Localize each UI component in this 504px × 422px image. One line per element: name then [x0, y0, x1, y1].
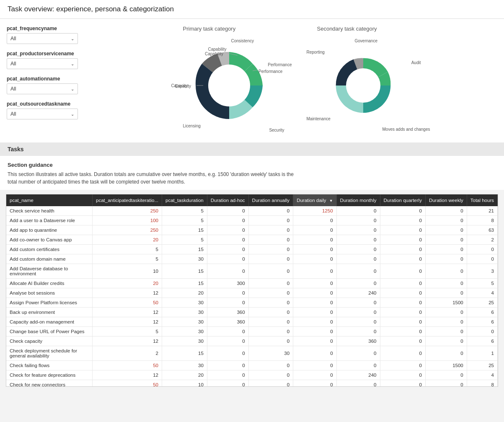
table-cell: 0 — [248, 308, 293, 317]
table-cell: 50 — [93, 361, 162, 370]
tasks-section-header: Tasks — [0, 142, 504, 156]
float-label-moves: Moves adds and changes — [383, 127, 430, 132]
filter-select-frequency[interactable]: All ⌄ — [7, 33, 78, 44]
th-task-duration[interactable]: pcat_taskduration — [162, 194, 207, 206]
table-cell: 4 — [467, 288, 497, 298]
table-cell: 0 — [425, 308, 467, 317]
table-cell: 20 — [162, 288, 207, 298]
table-row: Check deployment schedule for general av… — [6, 346, 498, 361]
table-cell: 15 — [162, 225, 207, 235]
filter-label-outsourced: pcat_outsourcedtaskname — [7, 101, 88, 107]
table-cell: Analyse bot sessions — [6, 288, 93, 298]
table-cell: 10 — [93, 264, 162, 279]
table-cell: 0 — [380, 254, 425, 264]
table-cell: 0 — [207, 380, 248, 387]
table-cell: 0 — [380, 317, 425, 327]
table-cell: 0 — [293, 254, 336, 264]
table-row: Check for feature deprecations1220000240… — [6, 370, 498, 380]
table-cell: 360 — [207, 317, 248, 327]
th-duration-weekly[interactable]: Duration weekly — [425, 194, 467, 206]
float-label-capability: Capability — [208, 47, 227, 52]
table-cell: Allocate AI Builder credits — [6, 279, 93, 288]
table-cell: 0 — [425, 380, 467, 387]
table-cell: 0 — [336, 346, 380, 361]
table-cell: 6 — [467, 337, 497, 346]
table-cell: 0 — [293, 308, 336, 317]
table-cell: 0 — [293, 245, 336, 254]
table-body: Check service health250500125000021Add a… — [6, 206, 498, 387]
th-duration-annually[interactable]: Duration annually — [248, 194, 293, 206]
table-cell: 30 — [162, 308, 207, 317]
table-cell: 0 — [425, 254, 467, 264]
th-duration-quarterly[interactable]: Duration quarterly — [380, 194, 425, 206]
table-cell: 0 — [336, 317, 380, 327]
table-cell: Add co-owner to Canvas app — [6, 235, 93, 245]
table-cell: 0 — [248, 317, 293, 327]
table-cell: 15 — [162, 279, 207, 288]
chevron-down-icon-4: ⌄ — [71, 112, 74, 117]
table-cell: 12 — [93, 370, 162, 380]
table-cell: 5 — [93, 254, 162, 264]
filter-select-outsourced[interactable]: All ⌄ — [7, 109, 78, 119]
float-label-audit: Audit — [411, 60, 421, 65]
table-cell: Change base URL of Power Pages — [6, 327, 93, 337]
table-row: Add app to quarantine2501500000063 — [6, 225, 498, 235]
table-cell: 0 — [380, 235, 425, 245]
th-duration-daily[interactable]: Duration daily ▼ — [293, 194, 336, 206]
chevron-down-icon-2: ⌄ — [71, 62, 74, 66]
tasks-table-wrapper[interactable]: pcat_name pcat_anticipatedtaskiteratio..… — [6, 194, 498, 387]
th-iterations[interactable]: pcat_anticipatedtaskiteratio... — [93, 194, 162, 206]
table-cell: 15 — [162, 264, 207, 279]
table-cell: 0 — [293, 216, 336, 225]
table-cell: 0 — [293, 288, 336, 298]
table-cell: 0 — [380, 279, 425, 288]
table-cell: 0 — [425, 337, 467, 346]
table-cell: 4 — [467, 370, 497, 380]
table-cell: 0 — [380, 206, 425, 216]
filter-group-frequency: pcat_frequencyname All ⌄ — [7, 26, 88, 44]
filter-select-product[interactable]: All ⌄ — [7, 58, 78, 69]
table-cell: 0 — [248, 380, 293, 387]
th-duration-monthly[interactable]: Duration monthly — [336, 194, 380, 206]
table-cell: 0 — [248, 225, 293, 235]
table-cell: 0 — [336, 298, 380, 308]
table-cell: 50 — [93, 298, 162, 308]
table-cell: Assign Power Platform licenses — [6, 298, 93, 308]
table-cell: 25 — [467, 298, 497, 308]
table-cell: 0 — [207, 225, 248, 235]
table-cell: 0 — [293, 370, 336, 380]
table-cell: 15 — [162, 346, 207, 361]
table-cell: 12 — [93, 337, 162, 346]
table-cell: 25 — [467, 361, 497, 370]
table-cell: 0 — [425, 327, 467, 337]
th-total-hours[interactable]: Total hours — [467, 194, 497, 206]
table-cell: 12 — [93, 317, 162, 327]
table-cell: 30 — [162, 337, 207, 346]
table-cell: 240 — [336, 370, 380, 380]
th-duration-adhoc[interactable]: Duration ad-hoc — [207, 194, 248, 206]
float-label-security: Security — [269, 128, 284, 132]
table-cell: 0 — [380, 380, 425, 387]
table-cell: 0 — [293, 235, 336, 245]
top-section: pcat_frequencyname All ⌄ pcat_productors… — [0, 19, 504, 142]
table-cell: Check for feature deprecations — [6, 370, 93, 380]
table-cell: 0 — [248, 245, 293, 254]
table-cell: 0 — [336, 225, 380, 235]
table-cell: 30 — [162, 361, 207, 370]
float-label-reporting: Reporting — [307, 50, 325, 54]
table-cell: 10 — [162, 380, 207, 387]
filter-group-automation: pcat_automationname All ⌄ — [7, 76, 88, 94]
float-label-capacity: Capacity — [171, 83, 188, 88]
primary-chart-title: Primary task category — [183, 26, 236, 32]
th-pcat-name[interactable]: pcat_name — [6, 194, 93, 206]
filter-select-automation[interactable]: All ⌄ — [7, 83, 78, 94]
table-cell: 0 — [207, 337, 248, 346]
table-cell: 5 — [93, 245, 162, 254]
table-cell: 0 — [207, 245, 248, 254]
table-row: Check failing flows503000000150025 — [6, 361, 498, 370]
table-cell: 6 — [467, 317, 497, 327]
table-cell: 360 — [336, 337, 380, 346]
filter-value-outsourced: All — [10, 111, 16, 117]
table-cell: 0 — [248, 264, 293, 279]
table-cell: 0 — [248, 298, 293, 308]
